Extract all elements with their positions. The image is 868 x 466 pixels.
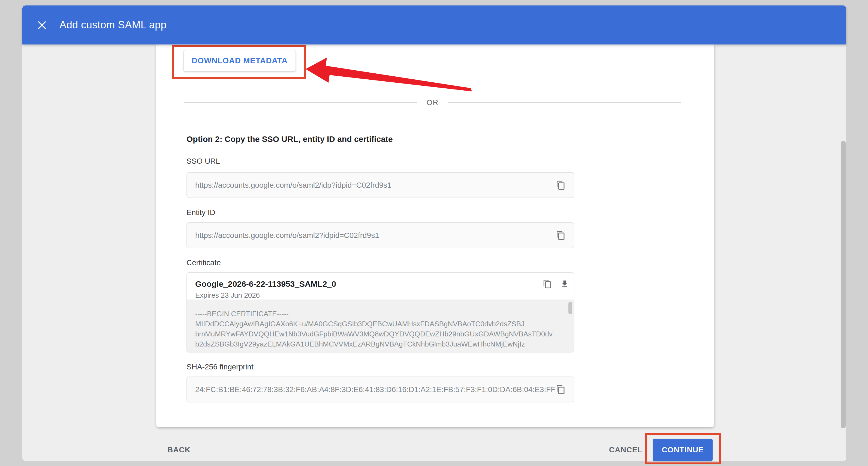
copy-icon (556, 180, 566, 190)
pem-line: MIIDdDCCAlygAwIBAgIGAXo6K+u/MA0GCSqGSIb3… (195, 319, 559, 329)
certificate-header: Google_2026-6-22-113953_SAML2_0 Expires … (187, 273, 574, 299)
pem-line: bmMuMRYwFAYDVQQHEw1Nb3VudGFpbiBWaWV3MQ8w… (195, 329, 559, 339)
sso-url-copy-button[interactable] (556, 180, 566, 190)
sha256-copy-button[interactable] (556, 385, 566, 395)
certificate-name: Google_2026-6-22-113953_SAML2_0 (195, 280, 574, 289)
option2-heading: Option 2: Copy the SSO URL, entity ID an… (186, 135, 393, 144)
back-button[interactable]: BACK (167, 439, 191, 461)
sha256-label: SHA-256 fingerprint (186, 362, 253, 371)
certificate-copy-button[interactable] (543, 280, 552, 289)
close-icon (37, 20, 47, 30)
entity-id-value: https://accounts.google.com/o/saml2?idpi… (195, 231, 379, 240)
copy-icon (543, 280, 552, 289)
content-card: DOWNLOAD METADATA OR Option 2: Copy the … (156, 45, 714, 427)
annotation-arrow (303, 55, 475, 96)
sso-url-label: SSO URL (186, 157, 220, 166)
sha256-field: 24:FC:B1:BE:46:72:78:3B:32:F6:AB:A4:8F:3… (186, 377, 575, 402)
or-divider: OR (184, 97, 681, 108)
download-icon (560, 280, 569, 289)
pem-line: b2dsZSBGb3IgV29yazELMAkGA1UEBhMCVVMxEzAR… (195, 339, 559, 349)
entity-id-field: https://accounts.google.com/o/saml2?idpi… (186, 222, 575, 248)
certificate-expiry: Expires 23 Jun 2026 (195, 291, 574, 299)
pem-line: -----BEGIN CERTIFICATE----- (195, 309, 559, 319)
certificate-download-button[interactable] (560, 280, 569, 289)
certificate-card: Google_2026-6-22-113953_SAML2_0 Expires … (186, 272, 575, 352)
entity-id-label: Entity ID (186, 208, 215, 217)
copy-icon (556, 385, 566, 395)
certificate-scrollbar-thumb[interactable] (568, 302, 572, 314)
divider-line-left (184, 102, 417, 103)
cancel-button[interactable]: CANCEL (609, 439, 643, 461)
dialog-footer: BACK CANCEL CONTINUE (22, 427, 846, 461)
divider-line-right (448, 102, 681, 103)
certificate-pem-block: -----BEGIN CERTIFICATE----- MIIDdDCCAlyg… (187, 299, 574, 352)
dialog-title: Add custom SAML app (59, 19, 166, 31)
close-button[interactable] (34, 18, 50, 33)
dialog-scrollbar-thumb[interactable] (841, 141, 846, 428)
dialog-header: Add custom SAML app (22, 5, 846, 45)
divider-label: OR (427, 98, 439, 107)
sso-url-value: https://accounts.google.com/o/saml2/idp?… (195, 181, 392, 190)
entity-id-copy-button[interactable] (556, 231, 566, 240)
annotation-rect-continue (645, 433, 721, 464)
copy-icon (556, 231, 566, 240)
certificate-label: Certificate (186, 258, 221, 267)
sso-url-field: https://accounts.google.com/o/saml2/idp?… (186, 172, 575, 198)
sha256-value: 24:FC:B1:BE:46:72:78:3B:32:F6:AB:A4:8F:3… (195, 385, 555, 394)
annotation-rect-download-metadata (172, 45, 306, 79)
add-custom-saml-app-dialog: Add custom SAML app DOWNLOAD METADATA OR… (22, 5, 846, 461)
